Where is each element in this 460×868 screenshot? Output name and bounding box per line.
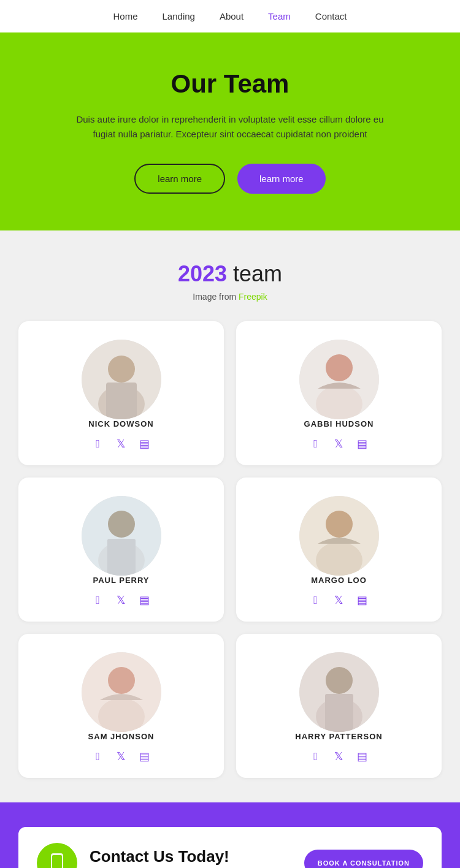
member-name-paul: PAUL PERRY — [93, 576, 149, 585]
social-icons-sam:  𝕏 ▤ — [91, 750, 151, 763]
phone-icon — [46, 852, 68, 868]
member-name-gabbi: GABBI HUDSON — [304, 419, 374, 428]
facebook-icon-gabbi[interactable]:  — [309, 437, 323, 451]
svg-rect-10 — [107, 539, 136, 576]
svg-rect-3 — [106, 383, 137, 419]
instagram-icon-margo[interactable]: ▤ — [356, 593, 369, 607]
social-icons-paul:  𝕏 ▤ — [91, 593, 151, 607]
contact-text: Contact Us Today! Call us today +1 777 0… — [90, 847, 292, 869]
avatar-harry — [299, 652, 379, 732]
facebook-icon-sam[interactable]:  — [91, 750, 105, 763]
team-subheading: Image from Freepik — [18, 292, 442, 302]
team-heading: 2023 team — [18, 261, 442, 287]
social-icons-nick:  𝕏 ▤ — [91, 437, 151, 451]
facebook-icon-nick[interactable]:  — [91, 437, 105, 451]
hero-description: Duis aute irure dolor in reprehenderit i… — [74, 112, 386, 142]
facebook-icon-paul[interactable]:  — [91, 593, 105, 607]
instagram-icon-nick[interactable]: ▤ — [138, 437, 151, 451]
svg-point-18 — [326, 667, 353, 694]
team-card-sam: SAM JHONSON  𝕏 ▤ — [18, 634, 224, 778]
nav-contact[interactable]: Contact — [315, 11, 347, 21]
facebook-icon-margo[interactable]:  — [309, 593, 323, 607]
team-card-harry: HARRY PATTERSON  𝕏 ▤ — [236, 634, 442, 778]
twitter-icon-paul[interactable]: 𝕏 — [115, 593, 128, 607]
social-icons-harry:  𝕏 ▤ — [309, 750, 369, 763]
avatar-nick — [82, 340, 161, 419]
hero-section: Our Team Duis aute irure dolor in repreh… — [0, 32, 460, 230]
learn-more-outline-button[interactable]: learn more — [134, 164, 225, 194]
twitter-icon-nick[interactable]: 𝕏 — [115, 437, 128, 451]
social-icons-margo:  𝕏 ▤ — [309, 593, 369, 607]
twitter-icon-harry[interactable]: 𝕏 — [332, 750, 346, 763]
instagram-icon-harry[interactable]: ▤ — [356, 750, 369, 763]
freepik-link[interactable]: Freepik — [239, 292, 267, 302]
twitter-icon-gabbi[interactable]: 𝕏 — [332, 437, 346, 451]
contact-inner: Contact Us Today! Call us today +1 777 0… — [18, 827, 442, 868]
member-name-harry: HARRY PATTERSON — [295, 732, 382, 741]
avatar-margo — [299, 496, 379, 576]
instagram-icon-sam[interactable]: ▤ — [138, 750, 151, 763]
nav-team[interactable]: Team — [268, 11, 291, 21]
team-grid: NICK DOWSON  𝕏 ▤ GABBI HUDSON  𝕏 — [18, 321, 442, 778]
team-card-paul: PAUL PERRY  𝕏 ▤ — [18, 478, 224, 622]
instagram-icon-paul[interactable]: ▤ — [138, 593, 151, 607]
nav-landing[interactable]: Landing — [163, 11, 195, 21]
navigation: Home Landing About Team Contact — [0, 0, 460, 32]
svg-point-5 — [326, 354, 353, 381]
nav-home[interactable]: Home — [113, 11, 138, 21]
member-name-sam: SAM JHONSON — [88, 732, 155, 741]
nav-about[interactable]: About — [220, 11, 243, 21]
hero-buttons: learn more learn more — [74, 164, 386, 194]
social-icons-gabbi:  𝕏 ▤ — [309, 437, 369, 451]
svg-rect-22 — [52, 855, 62, 868]
learn-more-filled-button[interactable]: learn more — [237, 164, 326, 194]
facebook-icon-harry[interactable]:  — [309, 750, 323, 763]
book-consultation-button[interactable]: BOOK A CONSULTATION — [304, 850, 423, 868]
svg-point-8 — [108, 511, 135, 538]
team-label: team — [233, 261, 282, 286]
svg-rect-20 — [325, 694, 353, 732]
hero-title: Our Team — [74, 69, 386, 99]
team-section: 2023 team Image from Freepik NICK DOWSON… — [0, 230, 460, 802]
contact-icon-wrap — [37, 843, 77, 868]
twitter-icon-margo[interactable]: 𝕏 — [332, 593, 346, 607]
team-card-gabbi: GABBI HUDSON  𝕏 ▤ — [236, 321, 442, 465]
svg-point-12 — [326, 511, 353, 538]
contact-banner: Contact Us Today! Call us today +1 777 0… — [0, 802, 460, 868]
instagram-icon-gabbi[interactable]: ▤ — [356, 437, 369, 451]
team-card-nick: NICK DOWSON  𝕏 ▤ — [18, 321, 224, 465]
member-name-margo: MARGO LOO — [311, 576, 367, 585]
member-name-nick: NICK DOWSON — [88, 419, 153, 428]
avatar-sam — [82, 652, 161, 732]
svg-point-15 — [108, 667, 135, 694]
twitter-icon-sam[interactable]: 𝕏 — [115, 750, 128, 763]
contact-heading: Contact Us Today! — [90, 847, 292, 866]
avatar-paul — [82, 496, 161, 576]
avatar-gabbi — [299, 340, 379, 419]
team-sub-text: Image from — [193, 292, 239, 302]
team-year: 2023 — [178, 261, 227, 286]
team-card-margo: MARGO LOO  𝕏 ▤ — [236, 478, 442, 622]
svg-point-1 — [108, 356, 135, 383]
